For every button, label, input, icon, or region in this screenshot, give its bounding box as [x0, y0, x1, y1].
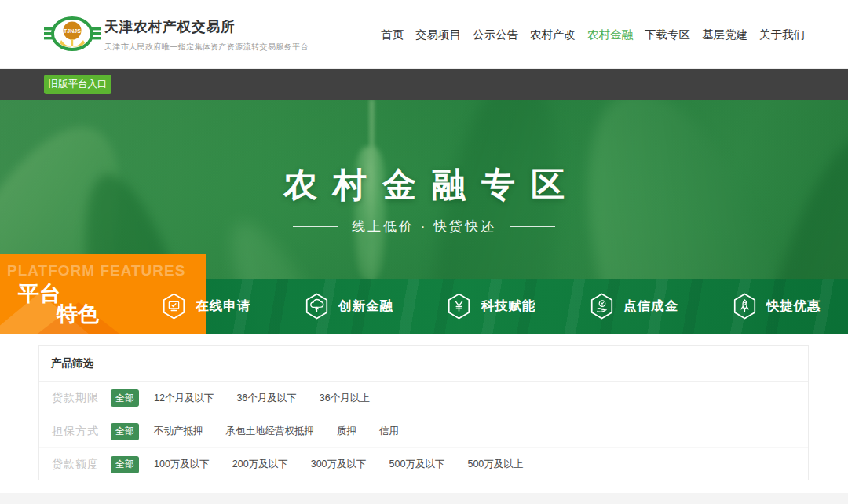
tab-label: 快捷优惠 [766, 298, 821, 315]
subtitle-left-line [293, 226, 338, 227]
filter-all-button[interactable]: 全部 [111, 389, 139, 407]
nav-item-downloads[interactable]: 下载专区 [645, 27, 690, 42]
site-subtitle: 天津市人民政府唯一指定集体资产资源流转交易服务平台 [104, 42, 309, 53]
monitor-check-icon [162, 293, 186, 320]
filter-all-button[interactable]: 全部 [111, 456, 139, 473]
filter-card-title: 产品筛选 [39, 346, 808, 382]
filter-option[interactable]: 300万及以下 [311, 458, 367, 471]
main-nav: 首页 交易项目 公示公告 农村产改 农村金融 下载专区 基层党建 关于我们 [381, 0, 805, 69]
banner-subtitle-row: 线上低价 · 快贷快还 [0, 217, 848, 236]
brand-block: 天津农村产权交易所 天津市人民政府唯一指定集体资产资源流转交易服务平台 [104, 17, 309, 53]
subtitle-right-line [510, 226, 555, 227]
filter-all-button[interactable]: 全部 [111, 423, 139, 440]
tab-label: 科技赋能 [481, 298, 535, 315]
tab-label: 创新金融 [338, 298, 393, 315]
filter-option[interactable]: 36个月以上 [320, 392, 370, 405]
banner-title: 农村金融专区 [0, 163, 848, 208]
banner-subtitle: 线上低价 · 快贷快还 [352, 217, 496, 236]
tab-tech-empowerment[interactable]: 科技赋能 [420, 279, 563, 334]
nav-item-trade-projects[interactable]: 交易项目 [415, 27, 461, 42]
cloud-upload-icon [305, 293, 329, 320]
filter-row-loan-term: 贷款期限 全部 12个月及以下 36个月及以下 36个月以上 [39, 382, 808, 415]
tab-credit-to-gold[interactable]: 点信成金 [563, 279, 706, 334]
header: TJNJS 天津农村产权交易所 天津市人民政府唯一指定集体资产资源流转交易服务平… [0, 0, 848, 69]
yen-icon [447, 293, 471, 320]
tab-innovative-finance[interactable]: 创新金融 [278, 279, 421, 334]
features-title-line1: 平台 [18, 279, 60, 308]
old-platform-entry-button[interactable]: 旧版平台入口 [44, 75, 111, 94]
tab-label: 在线申请 [196, 298, 250, 315]
filter-option[interactable]: 承包土地经营权抵押 [226, 425, 315, 438]
nav-item-about-us[interactable]: 关于我们 [759, 27, 805, 42]
nav-item-party-building[interactable]: 基层党建 [702, 27, 747, 42]
filter-option[interactable]: 500万及以上 [467, 458, 523, 471]
features-eyebrow: PLATFORM FEATURES [7, 262, 185, 279]
feature-tabs: 在线申请 创新金融 科技赋能 点信成金 [135, 279, 848, 334]
filter-row-label: 担保方式 [52, 425, 101, 439]
filter-row-loan-amount: 贷款额度 全部 100万及以下 200万及以下 300万及以下 500万及以下 … [39, 447, 808, 480]
product-filter-card: 产品筛选 贷款期限 全部 12个月及以下 36个月及以下 36个月以上 担保方式… [38, 345, 809, 480]
hand-coin-icon [590, 293, 614, 320]
tab-quick-discount[interactable]: 快捷优惠 [705, 279, 848, 334]
filter-option[interactable]: 500万及以下 [389, 458, 445, 471]
filter-row-label: 贷款期限 [52, 391, 101, 405]
nav-item-rural-reform[interactable]: 农村产改 [530, 27, 576, 42]
filter-option[interactable]: 12个月及以下 [154, 392, 214, 405]
filter-row-guarantee-type: 担保方式 全部 不动产抵押 承包土地经营权抵押 质押 信用 [39, 415, 808, 447]
page: TJNJS 天津农村产权交易所 天津市人民政府唯一指定集体资产资源流转交易服务平… [0, 0, 848, 504]
nav-item-rural-finance[interactable]: 农村金融 [587, 27, 633, 42]
filter-option[interactable]: 信用 [379, 425, 399, 438]
filter-option[interactable]: 不动产抵押 [154, 425, 203, 438]
tab-label: 点信成金 [623, 298, 678, 315]
filter-option[interactable]: 100万及以下 [154, 458, 210, 471]
filter-option[interactable]: 200万及以下 [232, 458, 288, 471]
exchange-logo-icon[interactable]: TJNJS [44, 10, 101, 59]
filter-options: 12个月及以下 36个月及以下 36个月以上 [154, 392, 393, 405]
nav-item-announcements[interactable]: 公示公告 [473, 27, 518, 42]
site-title: 天津农村产权交易所 [104, 17, 309, 36]
filter-row-label: 贷款额度 [52, 458, 101, 472]
svg-text:TJNJS: TJNJS [64, 28, 81, 34]
filter-option[interactable]: 质押 [337, 425, 356, 438]
features-title-line2: 特色 [57, 300, 99, 328]
filter-options: 不动产抵押 承包土地经营权抵押 质押 信用 [154, 425, 422, 438]
filter-option[interactable]: 36个月及以下 [236, 392, 296, 405]
rocket-icon [733, 293, 757, 320]
footer-strip [0, 493, 848, 504]
nav-item-home[interactable]: 首页 [381, 27, 404, 42]
tab-online-apply[interactable]: 在线申请 [135, 279, 278, 334]
secondary-topbar: 旧版平台入口 [0, 69, 848, 100]
filter-options: 100万及以下 200万及以下 300万及以下 500万及以下 500万及以上 [154, 458, 546, 471]
